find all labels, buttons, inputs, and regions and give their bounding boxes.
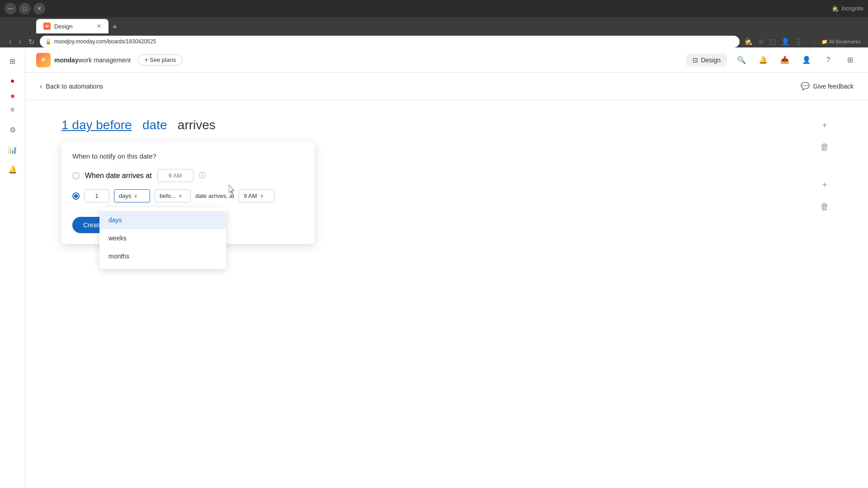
- unit-dropdown-menu: days weeks months: [99, 207, 226, 269]
- minimize-btn[interactable]: —: [5, 3, 16, 14]
- direction-dropdown[interactable]: befo... ∨: [155, 189, 191, 202]
- notification-popup: When to notify on this date? When date a…: [61, 141, 315, 244]
- back-to-automations-link[interactable]: ‹ Back to automations: [40, 82, 103, 90]
- design-tab[interactable]: ⊡ Design: [686, 54, 727, 66]
- option2-number-input[interactable]: [84, 189, 109, 202]
- dropdown-item-days[interactable]: days: [99, 211, 226, 229]
- left-sidebar: ⊞ ● ≡ ⚙ 📊 🔔: [0, 47, 25, 488]
- logo: M mondaywork management: [36, 53, 131, 67]
- option1-row: When date arrives at ⓘ: [72, 169, 304, 182]
- automation-title: 1 day before date arrives: [61, 118, 832, 132]
- date-arrives-label: date arrives, at: [195, 192, 234, 199]
- direction-dropdown-value: befo...: [160, 192, 176, 199]
- design-tab-label: Design: [701, 56, 721, 64]
- new-tab-btn[interactable]: +: [108, 21, 121, 33]
- option1-label: When date arrives at: [85, 172, 152, 180]
- time-dropdown-value: 9 AM: [244, 192, 257, 199]
- back-link-label: Back to automations: [46, 83, 103, 90]
- tab-title: Design: [54, 23, 72, 30]
- automation-builder: 1 day before date arrives + 🗑 + 🗑 Whe: [25, 100, 868, 262]
- sidebar-nav4[interactable]: 📊: [5, 141, 21, 158]
- dropdown-item-weeks[interactable]: weeks: [99, 229, 226, 247]
- url-text: moodjoy.monday.com/boards/1830420525: [54, 38, 156, 45]
- extension-icon[interactable]: ⬚: [769, 37, 777, 47]
- sidebar-nav3[interactable]: ⚙: [5, 122, 21, 138]
- option2-radio[interactable]: [72, 192, 80, 200]
- page-header: ‹ Back to automations 💬 Give feedback: [25, 73, 868, 100]
- title-days-before-link[interactable]: 1 day before: [61, 118, 132, 132]
- title-arrives-text: arrives: [178, 118, 216, 132]
- option1-radio[interactable]: [72, 172, 80, 179]
- see-plans-btn[interactable]: + See plans: [138, 54, 183, 66]
- back-nav-btn[interactable]: ‹: [7, 37, 13, 47]
- reload-btn[interactable]: ↻: [27, 37, 36, 47]
- direction-chevron-icon: ∨: [179, 193, 182, 199]
- user-profile-btn[interactable]: 👤: [799, 53, 814, 67]
- dropdown-item-months[interactable]: months: [99, 247, 226, 265]
- help-btn[interactable]: ?: [821, 53, 835, 67]
- info-icon[interactable]: ⓘ: [199, 171, 206, 180]
- address-bar[interactable]: 🔒 moodjoy.monday.com/boards/1830420525: [40, 36, 740, 47]
- apps-btn[interactable]: ⊞: [843, 53, 857, 67]
- tab-favicon: M: [43, 23, 51, 30]
- back-arrow-icon: ‹: [40, 82, 42, 90]
- sidebar-nav1[interactable]: ●: [5, 73, 21, 89]
- grid-icon[interactable]: ⊞: [5, 53, 21, 69]
- unit-dropdown[interactable]: days ∨: [114, 189, 150, 202]
- option1-time-input[interactable]: [157, 169, 193, 182]
- bookmarks-label: 📁 All Bookmarks: [821, 39, 861, 44]
- feedback-bubble-icon: 💬: [801, 82, 810, 90]
- design-tab-icon: ⊡: [693, 56, 698, 64]
- profile-icon[interactable]: 👤: [780, 37, 791, 47]
- forward-nav-btn[interactable]: ›: [17, 37, 23, 47]
- tab-close-btn[interactable]: ✕: [97, 23, 101, 29]
- option2-row: days ∨ befo... ∨ date arrives, at 9 AM ∨: [72, 189, 304, 202]
- incognito-label: Incognito: [841, 5, 863, 12]
- logo-text: mondaywork management: [54, 56, 131, 64]
- delete-action-btn[interactable]: 🗑: [817, 199, 832, 214]
- add-action-btn[interactable]: +: [817, 178, 832, 192]
- feedback-label: Give feedback: [813, 83, 854, 90]
- add-condition-btn[interactable]: +: [817, 118, 832, 132]
- logo-icon: M: [36, 53, 51, 67]
- give-feedback-btn[interactable]: 💬 Give feedback: [801, 82, 854, 90]
- incognito-icon: 🕵: [832, 5, 839, 12]
- time-chevron-icon: ∨: [260, 193, 264, 199]
- time-dropdown[interactable]: 9 AM ∨: [239, 189, 275, 202]
- menu-icon[interactable]: ⋮: [794, 37, 803, 47]
- unit-chevron-icon: ∨: [134, 193, 137, 199]
- inbox-btn[interactable]: 📥: [778, 53, 792, 67]
- star-icon[interactable]: ☆: [757, 37, 765, 47]
- close-btn[interactable]: ✕: [33, 3, 45, 14]
- delete-automation-btn[interactable]: 🗑: [817, 140, 832, 154]
- active-tab[interactable]: M Design ✕: [36, 19, 108, 33]
- page-area: ‹ Back to automations 💬 Give feedback 1 …: [25, 73, 868, 488]
- popup-title: When to notify on this date?: [72, 152, 304, 160]
- lock-icon: 🔒: [45, 39, 52, 45]
- notification-btn[interactable]: 🔔: [756, 53, 770, 67]
- maximize-btn[interactable]: □: [19, 3, 31, 14]
- unit-dropdown-value: days: [119, 192, 131, 199]
- search-btn[interactable]: 🔍: [734, 53, 749, 67]
- top-navigation: M mondaywork management + See plans ⊡ De…: [25, 47, 868, 73]
- sidebar-nav2[interactable]: ≡: [5, 102, 21, 118]
- spy-icon: 🕵: [743, 37, 754, 47]
- sidebar-nav5[interactable]: 🔔: [5, 161, 21, 178]
- title-date-link[interactable]: date: [142, 118, 167, 132]
